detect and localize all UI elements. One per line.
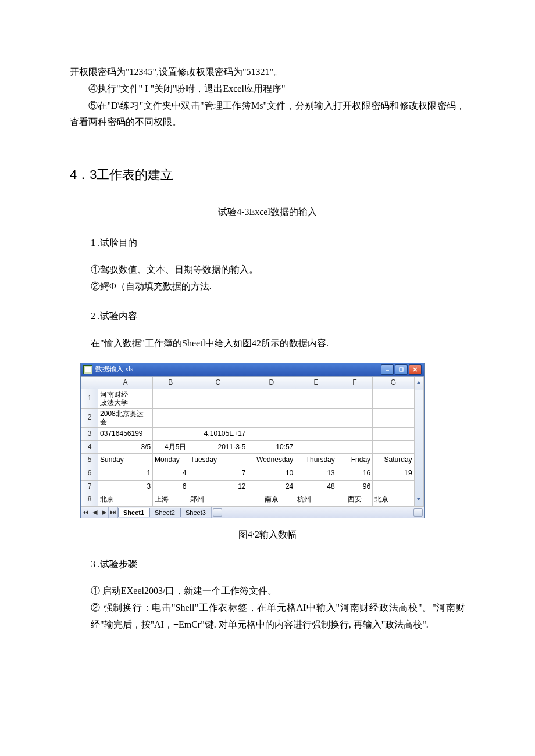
vscroll-track[interactable] [414, 389, 423, 507]
cell-D6[interactable]: 10 [248, 467, 295, 480]
col-D[interactable]: D [248, 377, 295, 389]
row-hdr-3[interactable]: 3 [81, 428, 98, 441]
tab-sheet1[interactable]: Sheet1 [118, 508, 149, 517]
cell-E1[interactable] [295, 389, 337, 409]
cell-E2[interactable] [295, 409, 337, 428]
cell-F5[interactable]: Friday [337, 454, 372, 467]
cell-G6[interactable]: 19 [373, 467, 415, 480]
tab-nav-prev[interactable]: ◀ [90, 507, 99, 518]
cell-F6[interactable]: 16 [337, 467, 372, 480]
cell-F3[interactable] [337, 428, 372, 441]
row-hdr-8[interactable]: 8 [81, 493, 98, 507]
cell-F4[interactable] [337, 440, 372, 454]
selectall-cell[interactable] [81, 377, 98, 389]
cell-B8[interactable]: 上海 [153, 493, 188, 507]
minimize-button[interactable] [381, 364, 394, 375]
figure-caption: 图4·2输入数幅 [70, 526, 465, 543]
cell-C1[interactable] [188, 389, 248, 409]
cell-C8[interactable]: 郑州 [188, 493, 248, 507]
col-G[interactable]: G [373, 377, 415, 389]
cell-E7[interactable]: 48 [295, 480, 337, 493]
hscroll-left[interactable] [213, 508, 222, 517]
intro-p0: 开权限密码为"12345",设置修改权限密码为"51321"。 [70, 64, 465, 81]
cell-D5[interactable]: Wednesday [248, 454, 295, 467]
cell-B3[interactable] [153, 428, 188, 441]
row-hdr-2[interactable]: 2 [81, 409, 98, 428]
close-button[interactable] [409, 364, 422, 375]
cell-A8[interactable]: 北京 [98, 493, 153, 507]
row-2: 2 2008北京奥运会 [81, 409, 424, 428]
cell-F8[interactable]: 西安 [337, 493, 372, 507]
row-hdr-5[interactable]: 5 [81, 454, 98, 467]
cell-C6[interactable]: 7 [188, 467, 248, 480]
purpose-p2: ②鳄Φ（自动填充数据的方法. [91, 278, 465, 295]
cell-G5[interactable]: Saturday [373, 454, 415, 467]
cell-G2[interactable] [373, 409, 415, 428]
cell-D1[interactable] [248, 389, 295, 409]
cell-E3[interactable] [295, 428, 337, 441]
spreadsheet-grid[interactable]: A B C D E F G [81, 376, 424, 507]
cell-E4[interactable] [295, 440, 337, 454]
cell-C7[interactable]: 12 [188, 480, 248, 493]
col-B[interactable]: B [153, 377, 188, 389]
cell-E5[interactable]: Thursday [295, 454, 337, 467]
cell-F2[interactable] [337, 409, 372, 428]
intro-p2: ⑤在"D\练习"文件夹中双击"管理工作簿Ms"文件，分别输入打开权限密码和修改权… [70, 98, 465, 131]
cell-A4[interactable]: 3/5 [98, 440, 153, 454]
steps-p2: ② 强制换行：电击"Shell"工作衣标签，在单元格AI中输入"河南财经政法高校… [91, 600, 465, 633]
cell-C4[interactable]: 2011-3-5 [188, 440, 248, 454]
cell-B5[interactable]: Monday [153, 454, 188, 467]
cell-A6[interactable]: 1 [98, 467, 153, 480]
cell-G8[interactable]: 北京 [373, 493, 415, 507]
row-hdr-4[interactable]: 4 [81, 440, 98, 454]
cell-D2[interactable] [248, 409, 295, 428]
cell-D3[interactable] [248, 428, 295, 441]
tab-sheet3[interactable]: Sheet3 [180, 508, 211, 517]
tab-sheet2[interactable]: Sheet2 [149, 508, 180, 517]
cell-B4[interactable]: 4月5日 [153, 440, 188, 454]
cell-A5[interactable]: Sunday [98, 454, 153, 467]
row-hdr-7[interactable]: 7 [81, 480, 98, 493]
cell-D4[interactable]: 10:57 [248, 440, 295, 454]
content-heading: 2 .试验内容 [91, 308, 465, 325]
cell-G7[interactable] [373, 480, 415, 493]
cell-C5[interactable]: Tuesday [188, 454, 248, 467]
purpose-p1: ①驾驭数值、文本、日期等数据的输入。 [91, 261, 465, 278]
cell-D8[interactable]: 南京 [248, 493, 295, 507]
tab-nav-first[interactable]: ⏮ [81, 507, 90, 518]
maximize-button[interactable] [395, 364, 408, 375]
col-C[interactable]: C [188, 377, 248, 389]
cell-A3[interactable]: 03716456199 [98, 428, 153, 441]
col-E[interactable]: E [295, 377, 337, 389]
cell-D7[interactable]: 24 [248, 480, 295, 493]
vscroll-up[interactable] [414, 377, 423, 389]
cell-B1[interactable] [153, 389, 188, 409]
cell-E6[interactable]: 13 [295, 467, 337, 480]
cell-G4[interactable] [373, 440, 415, 454]
hscroll-right[interactable] [413, 508, 423, 517]
cell-B6[interactable]: 4 [153, 467, 188, 480]
figure-excel: 数据输入.xls [80, 363, 465, 518]
cell-B7[interactable]: 6 [153, 480, 188, 493]
row-hdr-1[interactable]: 1 [81, 389, 98, 409]
tab-nav-last[interactable]: ⏭ [109, 507, 118, 518]
cell-A7[interactable]: 3 [98, 480, 153, 493]
col-F[interactable]: F [337, 377, 372, 389]
cell-A1[interactable]: 河南财经政法大学 [98, 389, 153, 409]
cell-E8[interactable]: 杭州 [295, 493, 337, 507]
cell-C2[interactable] [188, 409, 248, 428]
cell-F7[interactable]: 96 [337, 480, 372, 493]
tab-nav-next[interactable]: ▶ [99, 507, 109, 518]
cell-C3[interactable]: 4.10105E+17 [188, 428, 248, 441]
cell-F1[interactable] [337, 389, 372, 409]
column-header-row: A B C D E F G [81, 377, 424, 389]
cell-G1[interactable] [373, 389, 415, 409]
cell-G3[interactable] [373, 428, 415, 441]
steps-p1: ① 启动EXeel2003/口，新建一个工作簿文件。 [91, 583, 465, 600]
row-hdr-6[interactable]: 6 [81, 467, 98, 480]
col-A[interactable]: A [98, 377, 153, 389]
svg-marker-5 [417, 498, 420, 500]
cell-A2[interactable]: 2008北京奥运会 [98, 409, 153, 428]
hscroll[interactable] [211, 507, 424, 518]
cell-B2[interactable] [153, 409, 188, 428]
